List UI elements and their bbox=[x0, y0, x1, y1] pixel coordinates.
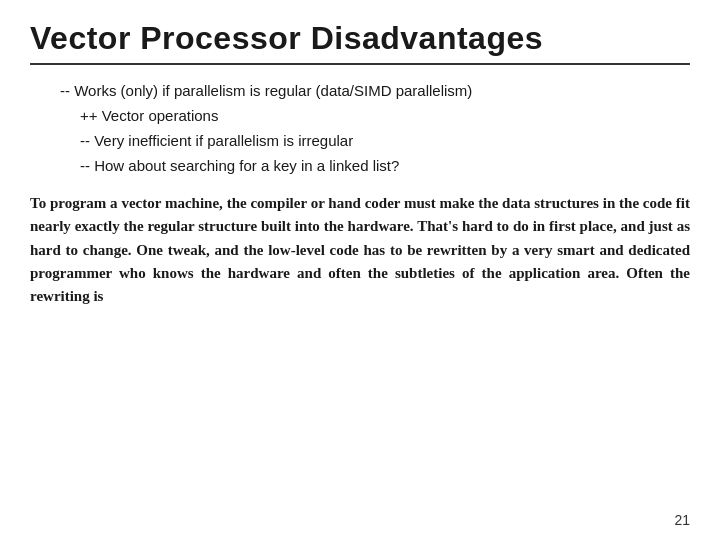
body-text: To program a vector machine, the compile… bbox=[30, 192, 690, 308]
page-number: 21 bbox=[674, 512, 690, 528]
bullet-item-2: ++ Vector operations bbox=[80, 104, 690, 128]
bullet-item-4: -- How about searching for a key in a li… bbox=[80, 154, 690, 178]
slide: Vector Processor Disadvantages -- Works … bbox=[0, 0, 720, 540]
title-section: Vector Processor Disadvantages bbox=[30, 20, 690, 65]
slide-title: Vector Processor Disadvantages bbox=[30, 20, 690, 57]
bullet-section: -- Works (only) if parallelism is regula… bbox=[40, 79, 690, 178]
bullet-item-3: -- Very inefficient if parallelism is ir… bbox=[80, 129, 690, 153]
bullet-item-1: -- Works (only) if parallelism is regula… bbox=[60, 79, 690, 103]
